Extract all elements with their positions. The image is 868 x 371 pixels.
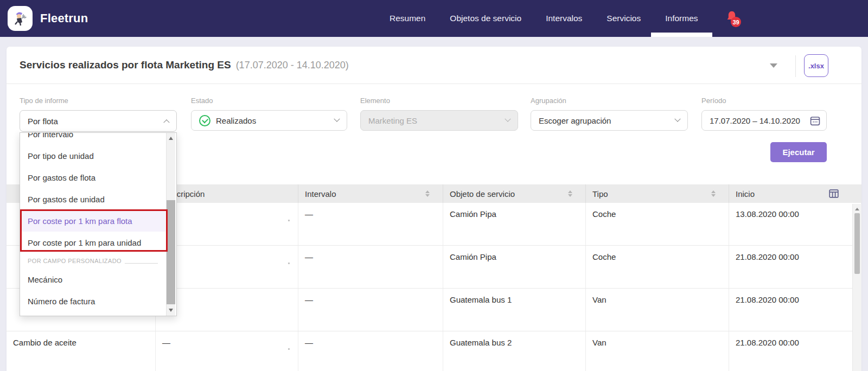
grouping-value: Escoger agrupación [539,116,611,125]
status-realizados-check-icon [199,115,210,126]
period-label: Período [701,97,726,105]
report-type-select[interactable]: Por flota [20,110,177,132]
nav-item-informes[interactable]: Informes [665,0,698,37]
header-inicio: Inicio [729,184,861,203]
scrollbar-thumb[interactable] [167,200,175,304]
scroll-up-arrow-icon[interactable] [855,208,859,210]
collapse-caret-icon[interactable] [770,63,777,68]
table-vertical-scrollbar[interactable] [852,204,861,371]
status-value: Realizados [216,116,256,125]
chevron-down-icon [334,116,340,122]
notification-badge: 39 [731,17,741,27]
fleetrun-logo[interactable] [8,6,33,31]
top-navbar: Fleetrun Resumen Objetos de servicio Int… [0,0,868,37]
nav-item-resumen[interactable]: Resumen [390,0,425,37]
nav-item-servicios[interactable]: Servicios [607,0,641,37]
section-underline [125,263,158,264]
report-title: Servicios realizados por flota Marketing… [20,59,231,71]
export-xlsx-button[interactable]: .xlsx [804,54,828,77]
element-select[interactable]: Marketing ES [360,110,518,131]
dropdown-item-por-gastos-de-unidad[interactable]: Por gastos de unidad [20,188,165,210]
status-label: Estado [191,97,213,105]
chevron-up-icon [163,119,169,125]
grouping-select[interactable]: Escoger agrupación [531,110,688,131]
mechanic-logo-icon [11,9,29,28]
sort-icon[interactable] [568,190,572,197]
chevron-down-icon [674,116,680,122]
dropdown-item-por-intervalo[interactable]: Por intervalo [20,132,165,145]
run-report-button[interactable]: Ejecutar [770,142,827,162]
report-type-label: Tipo de informe [20,97,68,105]
scroll-down-arrow-icon[interactable] [169,309,173,312]
truncation-dot [288,263,290,264]
column-settings-icon[interactable] [829,189,839,200]
dropdown-item-por-gastos-de-flota[interactable]: Por gastos de flota [20,167,165,188]
element-value: Marketing ES [368,116,417,125]
status-select[interactable]: Realizados [191,110,347,131]
grouping-label: Agrupación [531,97,566,105]
report-title-row: Servicios realizados por flota Marketing… [7,47,861,84]
dropdown-section-por-campo-personalizado: POR CAMPO PERSONALIZADO [20,253,165,268]
notifications-bell-button[interactable]: 39 [725,10,744,29]
header-descripcion: Descripción [156,184,298,203]
calendar-icon [809,115,821,126]
nav-item-objetos-de-servicio[interactable]: Objetos de servicio [450,0,521,37]
period-date-range-input[interactable]: 17.07.2020 – 14.10.2020 [701,110,827,131]
title-divider [795,55,796,77]
report-type-dropdown-panel: Por intervalo Por tipo de unidad Por gas… [20,132,177,316]
dropdown-item-por-coste-por-1km-para-flota[interactable]: Por coste por 1 km para flota [20,210,165,232]
header-objeto-de-servicio[interactable]: Objeto de servicio [443,184,586,203]
truncation-dot [288,220,290,221]
header-tipo[interactable]: Tipo [586,184,729,203]
report-type-value: Por flota [28,117,58,126]
dropdown-item-mecanico[interactable]: Mecánico [20,268,165,290]
main-navigation: Resumen Objetos de servicio Intervalos S… [390,0,698,37]
truncation-dot [288,348,290,350]
table-row[interactable]: Cambio de aceite — — Guatemala bus 2 Van… [7,331,861,371]
brand-title[interactable]: Fleetrun [40,0,88,37]
header-intervalo[interactable]: Intervalo [298,184,443,203]
scroll-up-arrow-icon[interactable] [169,137,173,140]
element-label: Elemento [360,97,390,105]
report-period-text: (17.07.2020 - 14.10.2020) [236,60,349,71]
sort-icon[interactable] [711,190,716,197]
scrollbar-thumb[interactable] [854,213,860,274]
dropdown-item-por-coste-por-1km-para-unidad[interactable]: Por coste por 1 km para unidad [20,232,165,253]
chevron-down-icon [505,116,510,122]
nav-item-intervalos[interactable]: Intervalos [546,0,582,37]
sort-icon[interactable] [425,190,430,197]
period-value: 17.07.2020 – 14.10.2020 [710,116,800,125]
dropdown-scrollbar[interactable] [166,133,175,316]
dropdown-item-por-tipo-de-unidad[interactable]: Por tipo de unidad [20,145,165,167]
dropdown-item-numero-de-factura[interactable]: Número de factura [20,290,165,312]
